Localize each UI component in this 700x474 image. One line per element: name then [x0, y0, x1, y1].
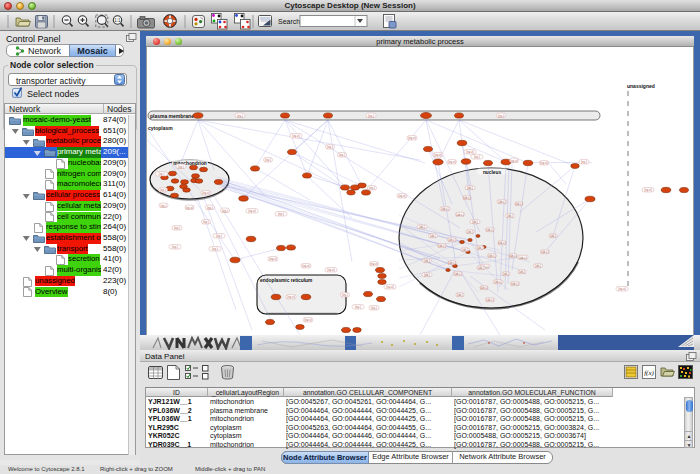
svg-text:(ab-): (ab-)	[424, 259, 430, 263]
svg-text:(xy-): (xy-)	[371, 306, 377, 310]
svg-text:(xy-z): (xy-z)	[248, 209, 256, 213]
svg-text:cytoplasm: cytoplasm	[148, 125, 173, 131]
svg-text:(xy-): (xy-)	[474, 155, 480, 159]
svg-text:(xy-): (xy-)	[342, 293, 348, 297]
svg-text:(ab-c): (ab-c)	[454, 272, 461, 276]
svg-text:(xy-): (xy-)	[203, 220, 209, 224]
svg-text:(xy-z): (xy-z)	[510, 159, 518, 163]
svg-text:(xy-): (xy-)	[172, 245, 178, 249]
svg-text:(xy-z): (xy-z)	[202, 191, 210, 195]
svg-text:(ab-): (ab-)	[419, 225, 425, 229]
svg-text:(xy-z): (xy-z)	[287, 295, 295, 299]
svg-text:(xy-z): (xy-z)	[398, 194, 406, 198]
svg-text:(ab-): (ab-)	[457, 293, 463, 297]
svg-text:(ab-): (ab-)	[462, 248, 468, 252]
svg-text:(ab-): (ab-)	[478, 266, 484, 270]
svg-text:(ab-): (ab-)	[424, 273, 430, 277]
svg-text:(ab-): (ab-)	[507, 214, 513, 218]
svg-text:(ab-): (ab-)	[535, 264, 541, 268]
svg-text:(xy-): (xy-)	[327, 145, 333, 149]
svg-text:(xy-z): (xy-z)	[186, 206, 194, 210]
svg-text:(ab-c): (ab-c)	[448, 261, 455, 265]
svg-text:(xy-z): (xy-z)	[448, 160, 456, 164]
svg-text:f(x): f(x)	[644, 369, 654, 377]
svg-text:(xy-z): (xy-z)	[269, 257, 277, 261]
svg-text:(xy-): (xy-)	[237, 114, 243, 118]
svg-text:(ab-): (ab-)	[430, 234, 436, 238]
svg-text:(ab-): (ab-)	[467, 230, 473, 234]
svg-text:(ab-c): (ab-c)	[480, 286, 487, 290]
svg-text:(xy-): (xy-)	[212, 247, 218, 251]
svg-text:(xy-z): (xy-z)	[540, 161, 548, 165]
svg-text:(ab-c): (ab-c)	[463, 196, 470, 200]
svg-text:(xy-): (xy-)	[159, 172, 165, 176]
svg-text:(xy-z): (xy-z)	[466, 150, 474, 154]
svg-text:(ab-c): (ab-c)	[498, 200, 505, 204]
svg-text:(ab-c): (ab-c)	[498, 241, 505, 245]
svg-text:(xy-z): (xy-z)	[292, 134, 300, 138]
svg-text:(xy-z): (xy-z)	[408, 136, 416, 140]
svg-text:(xy-z): (xy-z)	[386, 285, 394, 289]
svg-text:(xy-z): (xy-z)	[370, 262, 378, 266]
svg-text:(ab-): (ab-)	[519, 270, 525, 274]
svg-text:(xy-z): (xy-z)	[618, 287, 626, 291]
svg-text:(xy-): (xy-)	[265, 158, 271, 162]
svg-text:(xy-): (xy-)	[278, 212, 284, 216]
svg-text:(xy-z): (xy-z)	[302, 264, 310, 268]
svg-text:(xy-): (xy-)	[178, 165, 184, 169]
svg-text:(xy-): (xy-)	[207, 206, 213, 210]
svg-text:(ab-): (ab-)	[550, 234, 556, 238]
svg-text:(ab-c): (ab-c)	[486, 298, 493, 302]
svg-text:(ab-c): (ab-c)	[486, 228, 493, 232]
svg-text:(ab-c): (ab-c)	[494, 280, 501, 284]
svg-text:(xy-): (xy-)	[581, 160, 587, 164]
svg-text:(ab-): (ab-)	[503, 272, 509, 276]
svg-text:endoplasmic reticulum: endoplasmic reticulum	[260, 278, 312, 283]
svg-text:(ab-c): (ab-c)	[515, 202, 522, 206]
svg-text:(xy-): (xy-)	[174, 226, 180, 230]
svg-text:(xy-z): (xy-z)	[304, 318, 312, 322]
svg-text:(xy-): (xy-)	[368, 114, 374, 118]
svg-text:(ab-): (ab-)	[472, 220, 478, 224]
svg-text:(xy-): (xy-)	[369, 186, 375, 190]
svg-text:(ab-): (ab-)	[477, 246, 483, 250]
svg-text:(ab-c): (ab-c)	[519, 256, 526, 260]
svg-text:(xy-): (xy-)	[160, 188, 166, 192]
svg-text:(xy-): (xy-)	[222, 209, 228, 213]
svg-text:(xy-z): (xy-z)	[327, 268, 335, 272]
svg-text:(xy-): (xy-)	[216, 234, 222, 238]
svg-text:(ab-c): (ab-c)	[511, 282, 518, 286]
svg-text:(xy-z): (xy-z)	[644, 188, 652, 192]
svg-text:(xy-): (xy-)	[339, 153, 345, 157]
svg-text:(ab-c): (ab-c)	[448, 238, 455, 242]
svg-text:(xy-): (xy-)	[498, 114, 504, 118]
svg-text:(ab-): (ab-)	[467, 186, 473, 190]
svg-text:(xy-): (xy-)	[355, 305, 361, 309]
svg-text:(ab-c): (ab-c)	[488, 254, 495, 258]
svg-text:(ab-c): (ab-c)	[438, 244, 445, 248]
svg-text:nucleus: nucleus	[483, 170, 501, 175]
svg-text:plasma membrane: plasma membrane	[150, 113, 194, 119]
svg-text:(xy-z): (xy-z)	[434, 153, 442, 157]
svg-text:(ab-c): (ab-c)	[441, 207, 448, 211]
svg-text:Search:: Search:	[278, 18, 302, 25]
svg-text:(ab-c): (ab-c)	[541, 250, 548, 254]
svg-text:(ab-c): (ab-c)	[509, 254, 516, 258]
svg-text:1:1: 1:1	[114, 18, 121, 23]
svg-text:(ab-c): (ab-c)	[456, 213, 463, 217]
svg-text:(xy-): (xy-)	[161, 204, 167, 208]
svg-text:unassigned: unassigned	[627, 83, 655, 89]
